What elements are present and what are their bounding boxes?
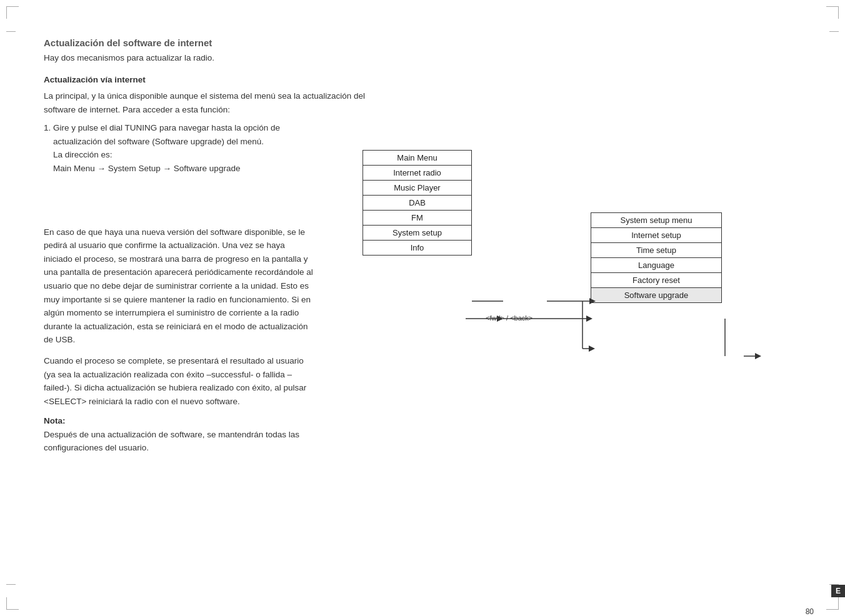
nota: Nota: Después de una actualización de so… xyxy=(44,414,394,455)
setup-item-time: Time setup xyxy=(591,243,721,258)
setup-item-factory-reset: Factory reset xyxy=(591,273,721,288)
menu-item-fm: FM xyxy=(363,211,471,226)
side-mark-lb xyxy=(6,584,16,585)
para-middle: En caso de que haya una nueva versión de… xyxy=(44,226,394,347)
nav-label: <fwd> / <back> xyxy=(486,314,532,322)
menu-item-info: Info xyxy=(363,241,471,255)
svg-marker-6 xyxy=(755,353,761,359)
menu-item-internet-radio: Internet radio xyxy=(363,166,471,181)
setup-item-language: Language xyxy=(591,258,721,273)
corner-mark-br xyxy=(826,597,839,610)
menu-item-dab: DAB xyxy=(363,196,471,211)
setup-item-internet: Internet setup xyxy=(591,228,721,243)
corner-mark-tl xyxy=(6,6,19,19)
system-setup-header: System setup menu xyxy=(591,213,721,228)
system-setup-box: System setup menu Internet setup Time se… xyxy=(591,212,722,303)
svg-marker-4 xyxy=(586,315,592,322)
section-title: Actualización del software de internet xyxy=(44,37,801,48)
menu-item-system-setup: System setup xyxy=(363,226,471,241)
setup-item-software-upgrade: Software upgrade xyxy=(591,288,721,302)
subsection-heading: Actualización vía internet xyxy=(44,75,801,84)
para-result: Cuando el proceso se complete, se presen… xyxy=(44,354,394,408)
diagram-area: Main Menu Internet radio Music Player DA… xyxy=(356,150,788,387)
main-menu-header: Main Menu xyxy=(363,151,471,166)
intro-text: Hay dos mecanismos para actualizar la ra… xyxy=(44,53,801,62)
e-badge: E xyxy=(831,585,845,597)
corner-mark-bl xyxy=(6,597,19,610)
side-mark-rt xyxy=(829,31,839,32)
side-mark-lt xyxy=(6,31,16,32)
page-number: 80 xyxy=(806,607,814,616)
menu-item-music-player: Music Player xyxy=(363,181,471,196)
step1: 1. Gire y pulse el dial TUNING para nave… xyxy=(44,121,381,175)
para1: La principal, y la única disponible aunq… xyxy=(44,89,381,116)
main-menu-box: Main Menu Internet radio Music Player DA… xyxy=(362,150,472,256)
corner-mark-tr xyxy=(826,6,839,19)
